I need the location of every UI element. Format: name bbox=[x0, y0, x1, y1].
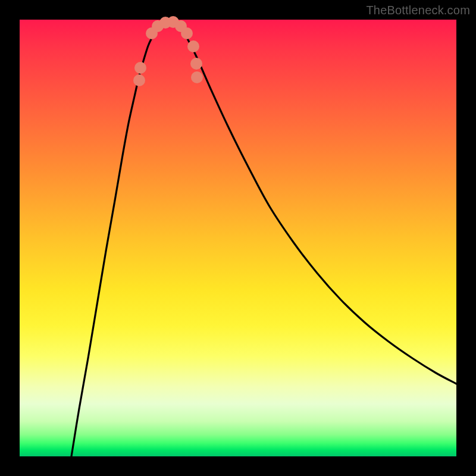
curve-path bbox=[71, 21, 456, 456]
plot-area bbox=[20, 20, 456, 456]
marker-point bbox=[191, 71, 203, 83]
highlight-markers bbox=[133, 16, 203, 86]
marker-point bbox=[187, 40, 199, 52]
chart-frame: TheBottleneck.com bbox=[0, 0, 476, 476]
marker-point bbox=[181, 27, 193, 39]
marker-point bbox=[133, 74, 145, 86]
watermark-text: TheBottleneck.com bbox=[366, 4, 470, 17]
bottleneck-curve bbox=[20, 20, 456, 456]
marker-point bbox=[190, 58, 202, 70]
marker-point bbox=[134, 62, 146, 74]
